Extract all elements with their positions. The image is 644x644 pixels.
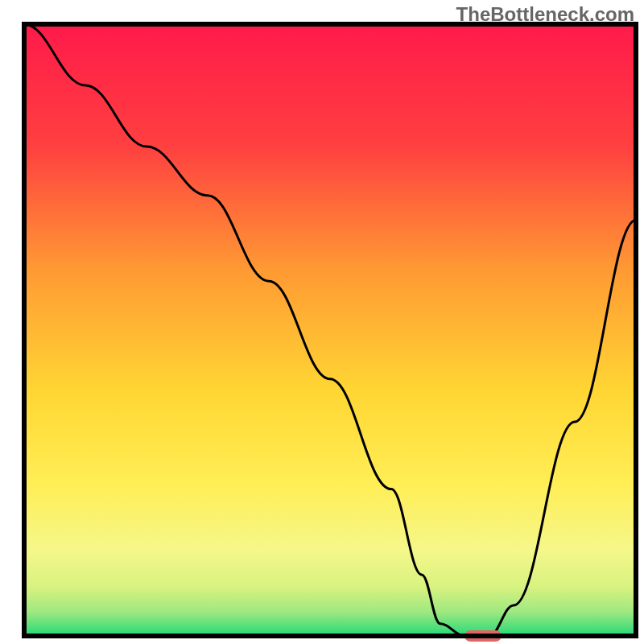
watermark-label: TheBottleneck.com: [456, 3, 634, 26]
bottleneck-chart: [0, 0, 644, 644]
chart-container: TheBottleneck.com: [0, 0, 644, 644]
